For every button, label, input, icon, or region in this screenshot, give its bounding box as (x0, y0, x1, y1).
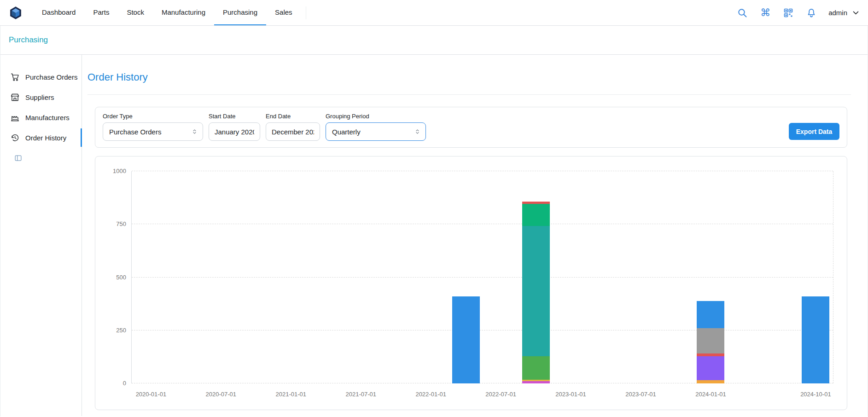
chart-plot: 025050075010002020-01-012020-07-012021-0… (131, 171, 833, 383)
stacked-bar-2022-04-01[interactable] (452, 296, 480, 383)
sidebar-item-suppliers[interactable]: Suppliers (0, 87, 82, 107)
shopping-cart-icon (10, 72, 20, 82)
y-gridline: 0 (132, 383, 833, 383)
user-menu[interactable]: admin (828, 9, 860, 17)
sidebar-item-label: Purchase Orders (25, 73, 77, 81)
bar-segment (697, 301, 724, 328)
top-navbar: Dashboard Parts Stock Manufacturing Purc… (0, 0, 868, 26)
end-date-group: End Date (266, 113, 320, 141)
y-tick-label: 1000 (113, 168, 126, 174)
navbar-actions: ⌘ admin (736, 7, 860, 19)
start-date-input[interactable] (209, 122, 260, 141)
y-gridline: 250 (132, 330, 833, 330)
select-chevrons-icon (191, 128, 198, 135)
export-data-button[interactable]: Export Data (789, 123, 839, 140)
sidebar-item-purchase-orders[interactable]: Purchase Orders (0, 67, 82, 87)
end-date-input[interactable] (266, 122, 320, 141)
grouping-period-value: Quarterly (332, 128, 361, 136)
end-date-label: End Date (266, 113, 320, 120)
bar-segment (522, 226, 550, 356)
filter-panel: Order Type Purchase Orders Start Date (95, 107, 847, 148)
order-type-label: Order Type (103, 113, 203, 120)
sidebar-item-label: Manufacturers (25, 114, 70, 122)
page-title: Order History (87, 71, 851, 83)
bar-segment (697, 380, 724, 383)
select-chevrons-icon (414, 128, 421, 135)
factory-icon (10, 112, 20, 122)
order-type-value: Purchase Orders (109, 128, 161, 136)
start-date-group: Start Date (209, 113, 260, 141)
x-tick-label: 2022-07-01 (485, 391, 516, 398)
bar-segment (452, 296, 480, 383)
bar-segment (802, 296, 829, 383)
x-tick-label: 2024-10-01 (800, 391, 831, 398)
bar-segment (522, 381, 550, 383)
grouping-period-select[interactable]: Quarterly (326, 122, 426, 141)
main-tabs: Dashboard Parts Stock Manufacturing Purc… (33, 0, 301, 25)
x-tick-label: 2021-07-01 (345, 391, 376, 398)
tab-parts[interactable]: Parts (84, 0, 118, 25)
x-tick-label: 2023-07-01 (625, 391, 656, 398)
main-panel: Order History Order Type Purchase Orders (82, 55, 868, 416)
sidebar-item-label: Order History (25, 134, 66, 142)
x-tick-label: 2020-01-01 (136, 391, 167, 398)
y-tick-label: 750 (116, 220, 126, 227)
sidebar-item-manufacturers[interactable]: Manufacturers (0, 107, 82, 127)
order-type-group: Order Type Purchase Orders (103, 113, 203, 141)
chevron-down-icon (852, 9, 860, 17)
tab-sales[interactable]: Sales (266, 0, 301, 25)
x-tick-label: 2020-07-01 (206, 391, 237, 398)
title-divider (87, 94, 851, 95)
building-store-icon (10, 92, 20, 102)
username-label: admin (828, 9, 847, 17)
sidebar-item-label: Suppliers (25, 93, 54, 101)
stacked-bar-2024-10-01[interactable] (802, 296, 829, 383)
history-icon (10, 133, 20, 143)
tab-purchasing[interactable]: Purchasing (214, 0, 266, 25)
x-tick-label: 2023-01-01 (555, 391, 586, 398)
app-logo-icon[interactable] (8, 6, 23, 20)
chart-panel: 025050075010002020-01-012020-07-012021-0… (95, 156, 847, 410)
x-tick-label: 2021-01-01 (276, 391, 307, 398)
y-gridline: 500 (132, 277, 833, 278)
content-area: Purchase Orders Suppliers (0, 55, 868, 416)
order-type-select[interactable]: Purchase Orders (103, 122, 203, 141)
stacked-bar-2022-10-01[interactable] (522, 202, 550, 384)
tab-dashboard[interactable]: Dashboard (33, 0, 84, 25)
sidebar-collapse-button[interactable] (0, 154, 82, 162)
start-date-label: Start Date (209, 113, 260, 120)
sidebar-item-order-history[interactable]: Order History (0, 127, 82, 148)
search-icon[interactable] (736, 7, 748, 19)
bar-segment (522, 204, 550, 226)
bell-icon[interactable] (805, 7, 817, 19)
qr-grid-icon[interactable] (782, 7, 794, 19)
breadcrumb[interactable]: Purchasing (9, 35, 48, 45)
bar-segment (697, 328, 724, 353)
stacked-bar-2024-01-01[interactable] (697, 301, 724, 383)
x-tick-label: 2024-01-01 (695, 391, 726, 398)
bar-segment (697, 356, 724, 380)
y-tick-label: 0 (123, 380, 126, 387)
y-tick-label: 500 (116, 274, 126, 281)
y-gridline: 1000 (132, 171, 833, 171)
page-frame: Purchasing Purchase Orders (0, 26, 868, 417)
navbar-divider (306, 6, 306, 19)
bar-segment (522, 356, 550, 380)
y-tick-label: 250 (116, 327, 126, 334)
tab-manufacturing[interactable]: Manufacturing (153, 0, 214, 25)
command-icon[interactable]: ⌘ (759, 7, 771, 19)
grouping-period-group: Grouping Period Quarterly (326, 113, 426, 141)
x-tick-label: 2022-01-01 (415, 391, 446, 398)
y-gridline: 750 (132, 224, 833, 224)
breadcrumb-bar: Purchasing (0, 26, 868, 55)
grouping-period-label: Grouping Period (326, 113, 426, 120)
sidebar: Purchase Orders Suppliers (0, 55, 82, 416)
tab-stock[interactable]: Stock (118, 0, 153, 25)
